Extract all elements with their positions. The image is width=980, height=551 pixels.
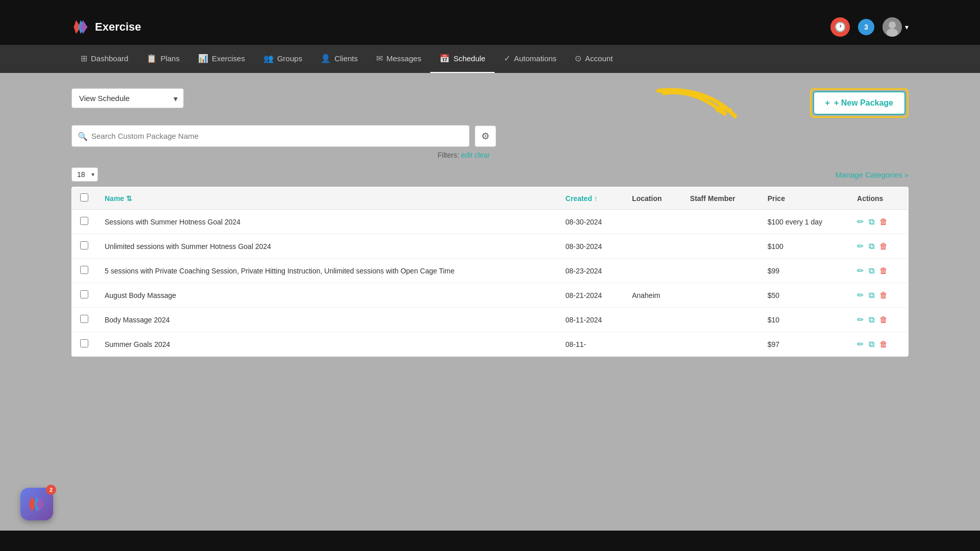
row-checkbox-cell bbox=[72, 308, 97, 332]
table-row: Body Massage 2024 08-11-2024 $10 ✏ ⧉ 🗑 bbox=[72, 308, 909, 332]
sidebar-item-schedule[interactable]: 📅 Schedule bbox=[430, 45, 495, 73]
table-header-row: Name ⇅ Created ↑ Location Staff Member P… bbox=[72, 187, 909, 210]
row-location-5 bbox=[624, 332, 682, 357]
delete-icon-1[interactable]: 🗑 bbox=[879, 242, 888, 251]
row-price-0: $100 every 1 day bbox=[760, 210, 849, 234]
account-icon: ⊙ bbox=[575, 54, 581, 63]
row-checkbox-5[interactable] bbox=[80, 339, 88, 347]
sidebar-item-automations[interactable]: ✓ Automations bbox=[495, 45, 566, 73]
select-all-checkbox[interactable] bbox=[80, 193, 88, 202]
notification-badge[interactable]: 3 bbox=[858, 19, 874, 35]
row-created-2: 08-23-2024 bbox=[557, 259, 624, 283]
edit-icon-5[interactable]: ✏ bbox=[857, 339, 864, 349]
copy-icon-0[interactable]: ⧉ bbox=[869, 217, 874, 227]
row-name-5: Summer Goals 2024 bbox=[96, 332, 557, 357]
filters-row: Filters: edit clear bbox=[71, 151, 490, 159]
row-checkbox-cell bbox=[72, 234, 97, 259]
row-checkbox-1[interactable] bbox=[80, 241, 88, 249]
nav-label-exercises: Exercises bbox=[212, 54, 245, 63]
row-checkbox-3[interactable] bbox=[80, 290, 88, 298]
sidebar-item-account[interactable]: ⊙ Account bbox=[566, 45, 622, 73]
header-created[interactable]: Created ↑ bbox=[557, 187, 624, 210]
search-input[interactable] bbox=[71, 125, 470, 147]
header-actions: Actions bbox=[849, 187, 908, 210]
sidebar-item-dashboard[interactable]: ⊞ Dashboard bbox=[71, 45, 137, 73]
row-staff-3 bbox=[682, 283, 760, 308]
row-staff-5 bbox=[682, 332, 760, 357]
per-page-select[interactable]: 10 18 25 50 bbox=[71, 167, 98, 182]
filters-label: Filters: bbox=[437, 151, 459, 159]
delete-icon-3[interactable]: 🗑 bbox=[879, 291, 888, 300]
nav-label-groups: Groups bbox=[277, 54, 302, 63]
row-actions-1: ✏ ⧉ 🗑 bbox=[849, 234, 908, 259]
delete-icon-2[interactable]: 🗑 bbox=[879, 266, 888, 276]
table-row: Summer Goals 2024 08-11- $97 ✏ ⧉ 🗑 bbox=[72, 332, 909, 357]
sidebar-item-plans[interactable]: 📋 Plans bbox=[137, 45, 189, 73]
copy-icon-4[interactable]: ⧉ bbox=[869, 315, 874, 324]
search-filter-row: 🔍 ⚙ bbox=[71, 125, 909, 147]
edit-icon-1[interactable]: ✏ bbox=[857, 241, 864, 251]
row-checkbox-4[interactable] bbox=[80, 315, 88, 323]
row-checkbox-0[interactable] bbox=[80, 217, 88, 225]
sidebar-item-messages[interactable]: ✉ Messages bbox=[367, 45, 430, 73]
table-row: Unlimited sessions with Summer Hotness G… bbox=[72, 234, 909, 259]
row-staff-1 bbox=[682, 234, 760, 259]
avatar-button[interactable]: ▾ bbox=[883, 17, 909, 37]
row-actions-2: ✏ ⧉ 🗑 bbox=[849, 259, 908, 283]
copy-icon-1[interactable]: ⧉ bbox=[869, 242, 874, 251]
edit-icon-3[interactable]: ✏ bbox=[857, 290, 864, 300]
row-name-3: August Body Massage bbox=[96, 283, 557, 308]
delete-icon-0[interactable]: 🗑 bbox=[879, 217, 888, 227]
new-package-highlight: + + New Package bbox=[810, 88, 909, 118]
filters-edit-link[interactable]: edit bbox=[461, 151, 473, 159]
row-checkbox-cell bbox=[72, 332, 97, 357]
delete-icon-5[interactable]: 🗑 bbox=[879, 340, 888, 349]
new-package-button[interactable]: + + New Package bbox=[813, 91, 905, 115]
delete-icon-4[interactable]: 🗑 bbox=[879, 315, 888, 324]
row-staff-4 bbox=[682, 308, 760, 332]
sidebar-item-exercises[interactable]: 📊 Exercises bbox=[189, 45, 254, 73]
sidebar-item-clients[interactable]: 👤 Clients bbox=[311, 45, 367, 73]
filters-clear-link[interactable]: clear bbox=[475, 151, 490, 159]
svg-point-4 bbox=[889, 21, 896, 29]
dashboard-icon: ⊞ bbox=[81, 54, 87, 63]
row-price-1: $100 bbox=[760, 234, 849, 259]
copy-icon-3[interactable]: ⧉ bbox=[869, 291, 874, 300]
copy-icon-5[interactable]: ⧉ bbox=[869, 340, 874, 349]
row-staff-2 bbox=[682, 259, 760, 283]
svg-marker-6 bbox=[726, 108, 735, 116]
clients-icon: 👤 bbox=[321, 54, 331, 63]
edit-icon-4[interactable]: ✏ bbox=[857, 315, 864, 324]
row-created-1: 08-30-2024 bbox=[557, 234, 624, 259]
row-checkbox-2[interactable] bbox=[80, 266, 88, 274]
row-price-3: $50 bbox=[760, 283, 849, 308]
main-content: View Schedule Create Schedule + + New bbox=[0, 73, 980, 551]
edit-icon-2[interactable]: ✏ bbox=[857, 266, 864, 276]
manage-categories-link[interactable]: Manage Categories » bbox=[836, 170, 909, 179]
nav-label-account: Account bbox=[585, 54, 612, 63]
header-name[interactable]: Name ⇅ bbox=[96, 187, 557, 210]
row-actions-5: ✏ ⧉ 🗑 bbox=[849, 332, 908, 357]
sidebar-item-groups[interactable]: 👥 Groups bbox=[254, 45, 311, 73]
view-schedule-select[interactable]: View Schedule Create Schedule bbox=[71, 88, 184, 108]
row-name-0: Sessions with Summer Hotness Goal 2024 bbox=[96, 210, 557, 234]
row-location-4 bbox=[624, 308, 682, 332]
messages-icon: ✉ bbox=[376, 54, 383, 63]
row-checkbox-cell bbox=[72, 210, 97, 234]
edit-icon-0[interactable]: ✏ bbox=[857, 217, 864, 227]
packages-table: Name ⇅ Created ↑ Location Staff Member P… bbox=[71, 187, 909, 357]
row-staff-0 bbox=[682, 210, 760, 234]
row-created-3: 08-21-2024 bbox=[557, 283, 624, 308]
filter-button[interactable]: ⚙ bbox=[475, 126, 496, 147]
table-row: 5 sessions with Private Coaching Session… bbox=[72, 259, 909, 283]
nav-label-messages: Messages bbox=[386, 54, 421, 63]
nav-label-clients: Clients bbox=[334, 54, 358, 63]
copy-icon-2[interactable]: ⧉ bbox=[869, 266, 874, 276]
header-price: Price bbox=[760, 187, 849, 210]
bottom-bar-strip bbox=[0, 531, 980, 551]
clock-button[interactable]: 🕐 bbox=[830, 17, 850, 37]
automations-icon: ✓ bbox=[504, 54, 510, 63]
header-staff-member: Staff Member bbox=[682, 187, 760, 210]
filter-icon: ⚙ bbox=[481, 131, 489, 142]
search-icon: 🔍 bbox=[78, 131, 88, 141]
